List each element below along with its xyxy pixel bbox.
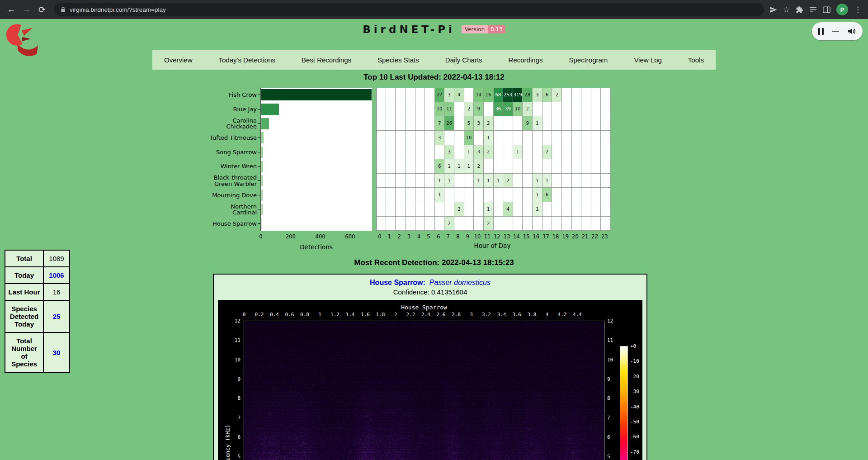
heatmap-cell: 1 xyxy=(435,174,445,188)
profile-avatar[interactable]: P xyxy=(836,4,848,15)
top10-chart: Fish Crow273414166825331928362Blue Jay10… xyxy=(154,88,624,231)
detection-common-name-link[interactable]: House Sparrow: xyxy=(370,279,425,286)
spectrogram-time-tick: 4.2 xyxy=(558,312,567,318)
heatmap-cell xyxy=(396,131,406,145)
heatmap-cell: 2 xyxy=(484,116,494,131)
heatmap-cell: 26 xyxy=(444,116,454,131)
heatmap-cell xyxy=(552,102,562,117)
heatmap-cell xyxy=(591,116,601,131)
hour-tick-label: 3 xyxy=(407,233,410,240)
audio-progress[interactable] xyxy=(832,31,839,32)
detection-bar xyxy=(261,190,263,201)
heatmap-cell xyxy=(552,145,562,160)
nav-item-recordings[interactable]: Recordings xyxy=(509,56,543,64)
heatmap-cell xyxy=(591,145,601,160)
heatmap-cell xyxy=(376,217,386,231)
heatmap-cell: 1 xyxy=(533,116,542,131)
bookmark-star-icon[interactable]: ☆ xyxy=(783,5,790,14)
nav-item-best-recordings[interactable]: Best Recordings xyxy=(302,56,351,64)
reload-icon[interactable]: ⟳ xyxy=(35,3,49,16)
browser-menu-kebab-icon[interactable]: ⋮ xyxy=(854,5,862,14)
heatmap-cell: 4 xyxy=(454,88,464,102)
heatmap-cell xyxy=(406,88,415,102)
heatmap-cell: 5 xyxy=(464,116,474,131)
heatmap-cell xyxy=(523,217,533,231)
nav-item-daily-charts[interactable]: Daily Charts xyxy=(445,56,482,64)
heatmap-cell xyxy=(396,174,406,188)
heatmap-cell: 1 xyxy=(533,188,542,202)
spectrogram-freq-tick-left: 9 xyxy=(222,376,241,382)
nav-item-tools[interactable]: Tools xyxy=(688,56,704,64)
reading-list-icon[interactable] xyxy=(809,6,817,13)
nav-item-overview[interactable]: Overview xyxy=(164,56,193,64)
heatmap-cell: 2 xyxy=(484,145,494,160)
heatmap-cell xyxy=(464,88,474,102)
back-icon[interactable]: ← xyxy=(5,3,18,16)
heatmap-cell xyxy=(444,202,454,217)
heatmap-cell xyxy=(425,116,435,131)
y-axis-tick xyxy=(258,95,260,95)
heatmap-cell xyxy=(601,88,611,102)
nav-item-species-stats[interactable]: Species Stats xyxy=(377,56,419,64)
spectrogram-freq-tick-left: 5 xyxy=(222,454,241,460)
heatmap-cell xyxy=(552,174,562,188)
heatmap-cell: 2 xyxy=(542,145,552,160)
heatmap-cell xyxy=(376,131,386,145)
heatmap-cell xyxy=(474,131,484,145)
heatmap-cell xyxy=(474,188,484,202)
main-nav: OverviewToday's DetectionsBest Recording… xyxy=(152,50,716,70)
stats-value[interactable]: 25 xyxy=(43,300,70,332)
heatmap-cell: 1 xyxy=(484,131,494,145)
heatmap-cell: 2 xyxy=(484,217,494,231)
colorbar-db-tick: +0 xyxy=(630,343,636,349)
y-axis-tick xyxy=(258,123,260,124)
heatmap-cell xyxy=(503,188,513,202)
stats-value[interactable]: 30 xyxy=(43,332,70,372)
heatmap-cell xyxy=(542,102,552,117)
heatmap-cell: 1 xyxy=(533,202,542,217)
extensions-puzzle-icon[interactable] xyxy=(796,6,803,14)
y-axis-tick xyxy=(258,195,260,195)
heatmap-cell: 2 xyxy=(454,202,464,217)
heatmap-cell: 3 xyxy=(444,88,454,102)
nav-item-spectrogram[interactable]: Spectrogram xyxy=(569,56,608,64)
chart-row: Blue Jay1011293639102 xyxy=(154,102,624,117)
heatmap-cell: 1 xyxy=(454,159,464,174)
nav-item-today-s-detections[interactable]: Today's Detections xyxy=(219,56,275,64)
side-panel-icon[interactable] xyxy=(823,6,830,13)
audio-player[interactable] xyxy=(812,22,863,40)
heatmap-cell xyxy=(415,159,425,174)
hour-tick-label: 4 xyxy=(417,233,420,240)
heatmap-row: 273414166825331928362 xyxy=(376,88,611,102)
heatmap-cell: 9 xyxy=(474,102,484,117)
heatmap-cell xyxy=(464,202,474,217)
y-axis-tick xyxy=(258,166,260,167)
hour-tick-label: 8 xyxy=(456,233,459,240)
detection-scientific-name-link[interactable]: Passer domesticus xyxy=(429,279,491,286)
volume-icon[interactable] xyxy=(847,27,856,35)
y-axis-tick xyxy=(258,138,260,138)
spectrogram-time-tick: 2 xyxy=(394,312,397,318)
heatmap-cell xyxy=(581,145,591,160)
most-recent-heading: Most Recent Detection: 2022-04-13 18:15:… xyxy=(0,258,868,267)
send-icon[interactable] xyxy=(769,6,777,14)
hour-tick-label: 15 xyxy=(523,233,530,240)
heatmap-cell xyxy=(474,202,484,217)
forward-icon[interactable]: → xyxy=(20,3,33,16)
heatmap-cell xyxy=(513,131,523,145)
heatmap-cell: 1 xyxy=(474,174,484,188)
heatmap-cell: 6 xyxy=(542,188,552,202)
url-bar[interactable]: virginia.birdnetpi.com/?stream=play xyxy=(54,3,764,16)
x-axis-tick-label: 200 xyxy=(286,233,296,240)
stats-value[interactable]: 1006 xyxy=(43,267,70,284)
hour-tick-label: 23 xyxy=(601,233,608,240)
nav-item-view-log[interactable]: View Log xyxy=(634,56,661,64)
heatmap-cell: 2 xyxy=(464,102,474,117)
pause-icon[interactable] xyxy=(818,28,824,35)
heatmap-cell xyxy=(376,202,386,217)
heatmap-cell xyxy=(572,88,582,102)
spectrogram-time-tick: 2.2 xyxy=(406,312,415,318)
heatmap-cell xyxy=(601,102,611,117)
heatmap-cell xyxy=(406,159,415,174)
lock-icon xyxy=(61,6,66,13)
